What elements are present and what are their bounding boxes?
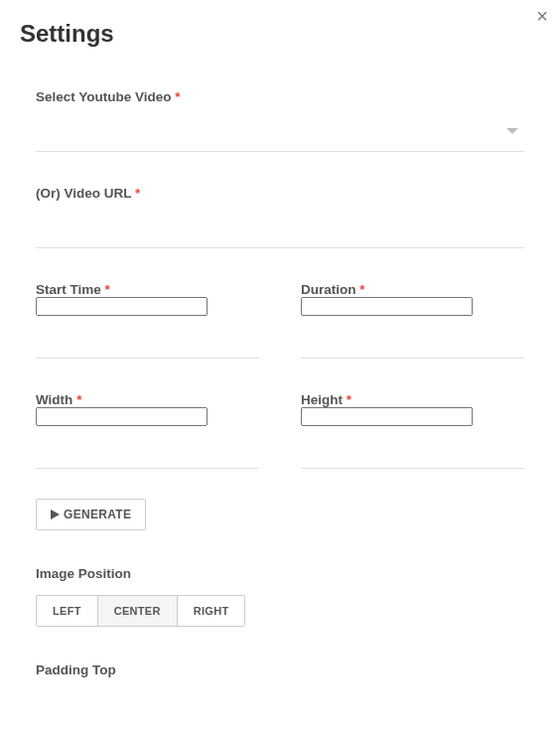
duration-label: Duration *	[301, 282, 524, 297]
padding-top-input[interactable]	[36, 677, 524, 731]
select-video-value	[36, 104, 524, 151]
width-label-text: Width	[36, 392, 72, 407]
width-input[interactable]	[36, 407, 208, 426]
image-position-right[interactable]: RIGHT	[178, 596, 245, 626]
select-video-label-text: Select Youtube Video	[36, 89, 172, 104]
select-video-label: Select Youtube Video *	[36, 89, 524, 104]
svg-marker-0	[51, 510, 60, 519]
image-position-center[interactable]: CENTER	[98, 596, 178, 626]
generate-button-label: GENERATE	[64, 508, 131, 521]
padding-top-label: Padding Top	[36, 662, 524, 677]
required-marker: *	[135, 186, 140, 201]
start-time-label: Start Time *	[36, 282, 259, 297]
required-marker: *	[76, 392, 81, 407]
image-position-group: LEFT CENTER RIGHT	[36, 595, 245, 627]
duration-label-text: Duration	[301, 282, 356, 297]
image-position-left[interactable]: LEFT	[37, 596, 98, 626]
duration-input[interactable]	[301, 297, 473, 316]
video-url-label: (Or) Video URL *	[36, 186, 524, 201]
required-marker: *	[175, 89, 180, 104]
generate-button[interactable]: GENERATE	[36, 499, 146, 530]
close-button[interactable]: ×	[536, 6, 548, 26]
start-time-label-text: Start Time	[36, 282, 101, 297]
start-time-input[interactable]	[36, 297, 208, 316]
height-label: Height *	[301, 392, 524, 407]
video-url-label-text: (Or) Video URL	[36, 186, 131, 201]
width-label: Width *	[36, 392, 259, 407]
height-input[interactable]	[301, 407, 473, 426]
page-title: Settings	[20, 0, 540, 56]
height-label-text: Height	[301, 392, 343, 407]
required-marker: *	[359, 282, 364, 297]
close-icon: ×	[536, 5, 548, 27]
select-video-dropdown[interactable]	[36, 104, 524, 152]
required-marker: *	[347, 392, 351, 407]
play-icon	[51, 510, 60, 519]
required-marker: *	[105, 282, 110, 297]
video-url-input[interactable]	[36, 201, 524, 247]
image-position-label: Image Position	[36, 566, 524, 581]
